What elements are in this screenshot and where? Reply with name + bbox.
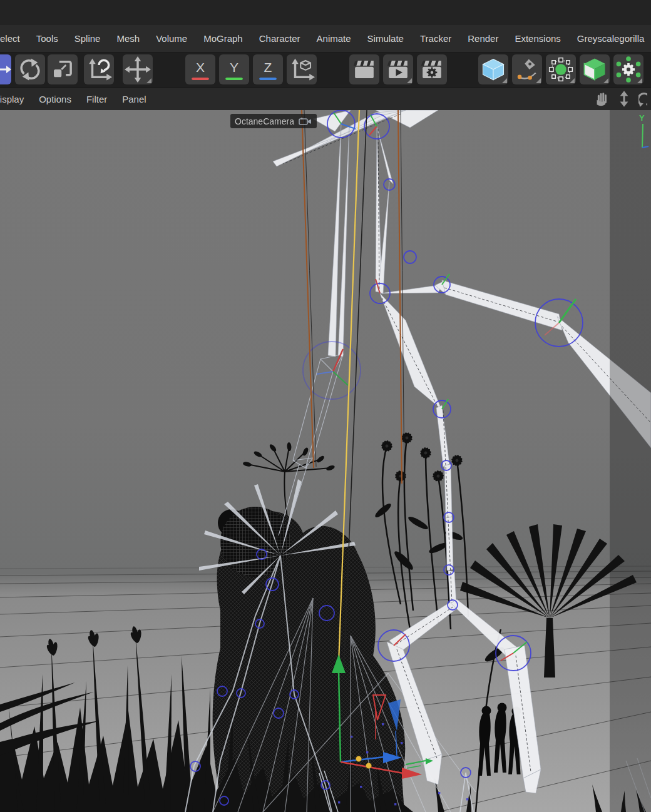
menu-item-extensions[interactable]: Extensions	[506, 33, 568, 44]
scale-icon	[49, 56, 76, 83]
viewport-3d[interactable]: Y OctaneCamera	[0, 110, 651, 812]
menu-item-tools[interactable]: Tools	[28, 33, 66, 44]
y-axis-underline	[225, 78, 243, 80]
viewport-menu-filter[interactable]: Filter	[79, 94, 115, 104]
z-axis-underline	[259, 78, 277, 80]
render-settings-button[interactable]	[417, 54, 447, 84]
x-axis-underline	[192, 78, 209, 80]
rotate-arrows-button[interactable]	[15, 54, 45, 84]
spline-pen-icon	[513, 56, 541, 83]
coordinate-rotate-button[interactable]	[84, 54, 114, 84]
move-icon	[125, 56, 151, 83]
menu-item-tracker[interactable]: Tracker	[412, 33, 459, 44]
viewport-nav-controls	[593, 88, 651, 110]
lock-z-axis-button[interactable]: Z	[253, 54, 283, 84]
green-sphere-selection-icon	[547, 56, 575, 83]
green-cube-icon	[581, 56, 608, 83]
circular-arrows-icon	[17, 56, 43, 83]
render-clapper-icon	[351, 56, 377, 83]
camera-label[interactable]: OctaneCamera	[230, 114, 317, 128]
pan-hand-icon[interactable]	[593, 91, 610, 107]
menu-item-select[interactable]: Select	[0, 33, 28, 44]
arrow-icon	[0, 54, 11, 84]
menu-item-simulate[interactable]: Simulate	[359, 33, 412, 44]
rotate-view-icon[interactable]	[638, 91, 647, 107]
axis-rotate-icon	[86, 56, 112, 83]
menu-item-render[interactable]: Render	[459, 33, 506, 44]
plant-silhouettes	[0, 431, 646, 812]
menu-item-greyscalegorilla[interactable]: Greyscalegorilla	[569, 33, 651, 44]
menu-item-animate[interactable]: Animate	[309, 33, 359, 44]
viewport-menu-bar: Display Options Filter Panel	[0, 88, 651, 110]
simulate-gear-button[interactable]	[613, 54, 643, 84]
render-picture-viewer-button[interactable]	[383, 54, 413, 84]
wireframe-creature-mesh	[213, 507, 406, 812]
menu-item-mesh[interactable]: Mesh	[108, 33, 148, 44]
generator-sphere-button[interactable]	[546, 54, 576, 84]
gizmo-handle-dot[interactable]	[366, 763, 372, 769]
y-axis-label: Y	[230, 60, 238, 75]
viewport-menu-panel[interactable]: Panel	[115, 94, 153, 104]
render-gear-icon	[419, 56, 445, 83]
selection-tool-button[interactable]	[0, 54, 11, 84]
scale-tool-button[interactable]	[48, 54, 78, 84]
blue-cube-icon	[479, 56, 507, 83]
x-axis-label: X	[196, 60, 205, 75]
menu-item-character[interactable]: Character	[251, 33, 309, 44]
render-view-button[interactable]	[349, 54, 379, 84]
application-window: Select Tools Spline Mesh Volume MoGraph …	[0, 0, 651, 812]
gear-particles-icon	[615, 56, 642, 83]
gizmo-handle-dot[interactable]	[356, 756, 362, 762]
volume-cube-button[interactable]	[580, 54, 610, 84]
camera-label-text: OctaneCamera	[235, 116, 294, 126]
menu-item-volume[interactable]: Volume	[148, 33, 195, 44]
svg-text:Y: Y	[639, 113, 645, 123]
axis-cube-icon	[289, 56, 315, 83]
move-tool-button[interactable]	[123, 54, 153, 84]
coordinate-system-button[interactable]	[287, 54, 317, 84]
menu-item-spline[interactable]: Spline	[66, 33, 109, 44]
viewport-side-band	[610, 110, 651, 812]
camera-icon	[299, 117, 312, 126]
render-play-icon	[385, 56, 411, 83]
primitive-cube-button[interactable]	[478, 54, 508, 84]
title-bar	[0, 0, 651, 25]
z-axis-label: Z	[264, 60, 272, 75]
viewport-menu-options[interactable]: Options	[31, 94, 79, 104]
menu-item-mograph[interactable]: MoGraph	[195, 33, 251, 44]
viewport-menu-display[interactable]: Display	[0, 94, 31, 104]
viewport-scene: Y	[0, 110, 651, 812]
spline-pen-button[interactable]	[512, 54, 542, 84]
lock-x-axis-button[interactable]: X	[185, 54, 215, 84]
dolly-zoom-icon[interactable]	[617, 91, 631, 107]
main-menu-bar: Select Tools Spline Mesh Volume MoGraph …	[0, 25, 651, 53]
main-toolbar: X Y Z	[0, 53, 651, 88]
lock-y-axis-button[interactable]: Y	[219, 54, 249, 84]
